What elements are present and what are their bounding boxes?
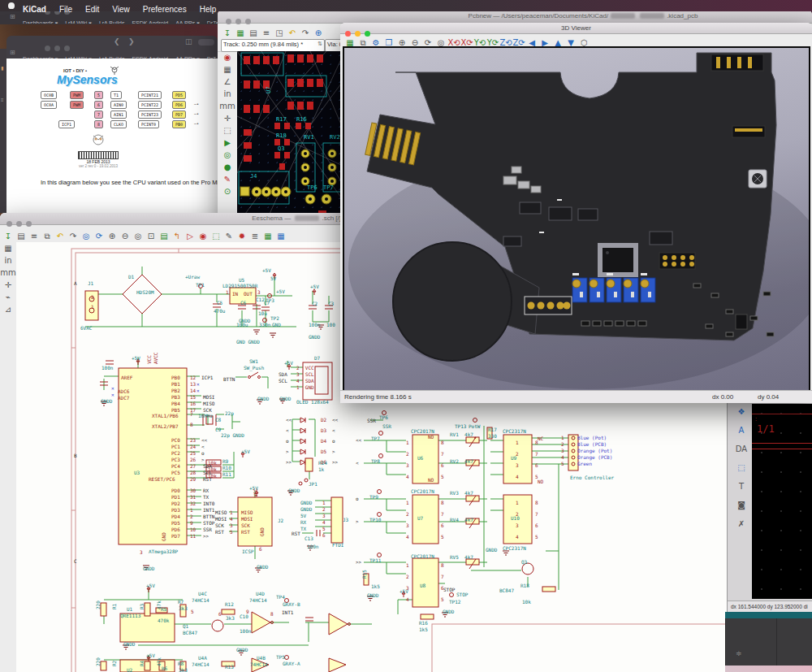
sheet-settings-icon[interactable]: ▤ — [15, 230, 28, 242]
schematic-label: RV4 4k7 — [450, 517, 473, 522]
pads-sketch-icon[interactable]: ⬚ — [221, 124, 234, 137]
pinout-cell: PCINT22 — [138, 101, 162, 109]
logo-text: MySensors — [57, 73, 118, 86]
browser-content[interactable]: IOT • DIY • MySensors OC0BPWM5T1PCINT21P… — [6, 59, 218, 213]
zoom-fit-icon[interactable]: ◎ — [132, 230, 145, 242]
print-icon[interactable]: ≡ — [28, 230, 41, 242]
schematic-label: SCL — [279, 378, 287, 384]
schematic-label: 12 13 14 15 16 17 — [190, 375, 196, 414]
annotation-tool-icon[interactable]: A — [735, 424, 748, 436]
schematic-label: U7 — [417, 515, 423, 521]
hidden-pins-icon[interactable]: ⌁ — [2, 291, 15, 303]
cursor-shape-icon[interactable]: ✛ — [221, 112, 234, 124]
units-mm-icon[interactable]: mm — [0, 267, 15, 279]
right-window-canvas[interactable]: : 1/1 — [752, 404, 812, 599]
zoom-out-icon[interactable]: ⊖ — [119, 230, 132, 242]
bookmark-item[interactable]: LrA Builds — [99, 20, 125, 24]
sidebar-icon[interactable]: ◫ — [185, 37, 192, 46]
forward-icon[interactable]: ❯ — [128, 37, 135, 46]
menu-item[interactable]: Preferences — [143, 5, 187, 14]
track-width-select[interactable]: Track: 0.250 mm (9.84 mils) *⇅ — [221, 39, 325, 52]
symbol-editor-icon[interactable]: ▦ — [261, 230, 274, 242]
find-icon[interactable]: ◎ — [80, 230, 93, 242]
netlist-icon[interactable]: ▷ — [184, 230, 197, 242]
ratsnest-icon[interactable]: ● — [221, 161, 234, 173]
sheet-border-line — [752, 449, 812, 449]
menu-item[interactable]: View — [112, 5, 130, 14]
tracks-sketch-icon[interactable]: ▶ — [221, 137, 234, 149]
schematic-label: 10k — [208, 466, 217, 472]
viewer3d-statusbar: Rendering time 8.166 s dx 0.00 dy 0.04 — [340, 390, 812, 403]
text-tool-icon[interactable]: T — [735, 480, 748, 492]
back-icon[interactable]: ❮ — [114, 37, 120, 46]
schematic-label: 1 2 3 4 5 — [322, 500, 326, 532]
handle-icon[interactable]: ≑ — [736, 649, 742, 657]
component-tool-icon[interactable]: ❖ — [735, 405, 748, 418]
refresh-icon[interactable]: ⟳ — [93, 230, 106, 242]
image-tool-icon[interactable]: ◙ — [735, 499, 748, 511]
library-browser-icon[interactable]: ▦ — [274, 230, 287, 242]
stepper-icon[interactable]: ⇅ — [317, 41, 322, 47]
schematic-label: INT1 — [282, 609, 293, 615]
sliver-icon: ≡ — [1, 98, 4, 102]
ortho-wires-icon[interactable]: ⊿ — [2, 303, 15, 315]
paste-icon[interactable]: ⧉ — [41, 230, 54, 242]
via-sketch-icon[interactable]: ◎ — [221, 149, 234, 161]
apple-icon[interactable] — [8, 2, 15, 9]
undo-icon[interactable]: ↶ — [54, 230, 67, 242]
schematic-label: R2 — [111, 661, 117, 666]
delete-tool-icon[interactable]: ✗ — [735, 518, 748, 530]
schematic-label: R10 — [222, 465, 231, 470]
bookmark-item[interactable]: Dashboards ▾ — [23, 20, 58, 24]
run-icon[interactable]: ◉ — [197, 230, 209, 242]
schematic-label: TP2 — [270, 315, 279, 321]
pcbnew-titlebar[interactable]: Pcbnew — /Users/peaceman/Documents/KiCad… — [218, 10, 812, 24]
new-schematic-icon[interactable]: ↧ — [2, 230, 15, 242]
schematic-label: BC847 — [499, 587, 514, 593]
bookmark-item[interactable]: ESDK Android — [132, 20, 168, 24]
redo-icon[interactable]: ↷ — [67, 230, 80, 242]
menu-item[interactable]: KiCad — [23, 5, 46, 14]
schematic-label: 8 7 6 5 — [441, 560, 444, 605]
menu-item[interactable]: Edit — [85, 5, 99, 14]
viewer3d-window: 3D Viewer ▦⧉⚙❒⊕⊖⟳◎X⟲X⟳Y⟲Y⟳Z⟲Z⟳◀▶▲▼⬡ — [340, 23, 812, 402]
schematic-label: R14 — [318, 460, 327, 466]
dimension-tool-icon[interactable]: DA — [735, 443, 748, 455]
url-field[interactable] — [198, 39, 214, 46]
grid-icon[interactable]: ▦ — [221, 63, 234, 76]
hierarchy-navigator-icon[interactable]: ▤ — [158, 230, 171, 242]
pcb-label: Q3 — [278, 146, 284, 152]
erc-icon[interactable]: ✹ — [235, 230, 248, 242]
bookmark-item[interactable]: AA PRs ▾ — [175, 20, 200, 24]
viewer3d-canvas[interactable] — [343, 46, 810, 392]
bookmark-item[interactable]: DrTeeth — [207, 20, 218, 24]
schematic-label: 1 2 3 4 — [406, 497, 409, 543]
grid-icon[interactable]: ▦ — [2, 242, 15, 254]
units-mm-icon[interactable]: mm — [219, 100, 235, 112]
edit-icon[interactable]: ✎ — [222, 230, 235, 242]
auto-track-icon[interactable]: ⊙ — [221, 185, 234, 197]
schematic-label: GRAY-A — [283, 661, 300, 666]
zoom-selection-icon[interactable]: ⊡ — [145, 230, 158, 242]
menu-item[interactable]: Help — [200, 5, 217, 14]
polar-coords-icon[interactable]: ∠ — [221, 76, 234, 88]
bookmark-item[interactable]: LrM Wiki ▾ — [65, 20, 92, 24]
zoom-in-icon[interactable]: ⊕ — [106, 230, 119, 242]
high-contrast-icon[interactable]: ✎ — [221, 173, 234, 185]
grid-icon[interactable]: ⊞ — [10, 49, 15, 56]
schematic-label: GRAY-B — [283, 601, 300, 607]
footprint-mode-icon[interactable]: ◉ — [221, 51, 234, 63]
cursor-icon[interactable]: ✛ — [2, 279, 15, 291]
pinout-cell: PD5 — [172, 91, 186, 99]
leave-sheet-icon[interactable]: ↰ — [171, 230, 184, 242]
units-inch-icon[interactable]: in — [2, 254, 15, 267]
schematic-label: R7 — [178, 599, 184, 605]
footprint-assign-icon[interactable]: ⬚ — [209, 230, 222, 242]
grid-icon[interactable]: ⊞ — [10, 13, 15, 20]
pinout-cell: PCINT0 — [138, 120, 159, 128]
menu-item[interactable]: File — [59, 5, 72, 14]
selection-tool-icon[interactable]: ⬚ — [735, 462, 748, 474]
viewer3d-titlebar[interactable]: 3D Viewer — [340, 23, 812, 34]
units-inch-icon[interactable]: in — [221, 88, 234, 100]
annotate-icon[interactable]: ≣ — [248, 230, 261, 242]
